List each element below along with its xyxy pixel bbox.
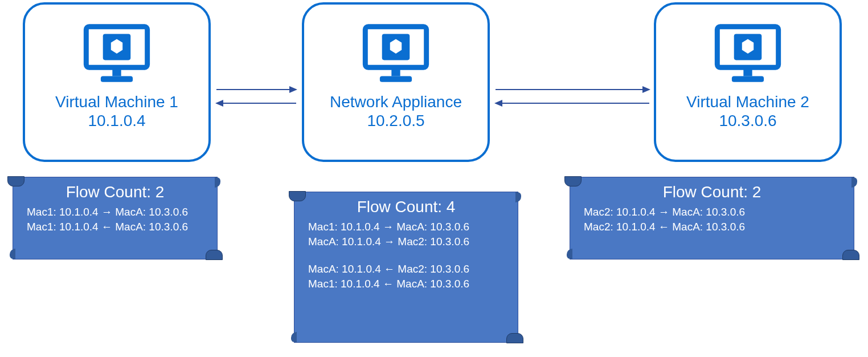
virtual-machine-icon [356, 21, 436, 89]
flow-row: Mac1: 10.1.0.4 ← MacA: 10.3.0.6 [13, 220, 217, 234]
flow-title: Flow Count: 4 [294, 192, 518, 220]
flow-title: Flow Count: 2 [570, 177, 854, 205]
node-nva-label: Network Appliance [330, 92, 462, 112]
diagram-canvas: Virtual Machine 1 10.1.0.4 Network Appli… [0, 0, 868, 357]
flow-row: MacA: 10.1.0.4 ← Mac2: 10.3.0.6 [294, 262, 518, 277]
arrow-right-icon [496, 89, 649, 90]
flow-panel-nva: Flow Count: 4 Mac1: 10.1.0.4 → MacA: 10.… [294, 192, 518, 343]
flow-row: Mac2: 10.1.0.4 ← MacA: 10.3.0.6 [570, 220, 854, 234]
flow-row: Mac1: 10.1.0.4 ← MacA: 10.3.0.6 [294, 277, 518, 291]
node-vm2-label: Virtual Machine 2 [686, 92, 809, 112]
node-vm1-label: Virtual Machine 1 [55, 92, 178, 112]
flow-row: Mac2: 10.1.0.4 → MacA: 10.3.0.6 [570, 205, 854, 220]
arrow-left-icon [496, 103, 649, 104]
flow-panel-vm1: Flow Count: 2 Mac1: 10.1.0.4 → MacA: 10.… [13, 177, 218, 259]
svg-rect-9 [380, 76, 412, 82]
svg-rect-3 [112, 68, 121, 76]
virtual-machine-icon [708, 21, 788, 89]
flow-title: Flow Count: 2 [13, 177, 217, 205]
arrow-right-icon [216, 89, 296, 90]
svg-rect-14 [732, 76, 764, 82]
flow-panel-vm2: Flow Count: 2 Mac2: 10.1.0.4 → MacA: 10.… [570, 177, 854, 259]
flow-row: Mac1: 10.1.0.4 → MacA: 10.3.0.6 [294, 220, 518, 234]
node-vm2-ip: 10.3.0.6 [719, 112, 776, 130]
flow-row: MacA: 10.1.0.4 → Mac2: 10.3.0.6 [294, 234, 518, 249]
arrow-left-icon [216, 103, 296, 104]
node-nva: Network Appliance 10.2.0.5 [302, 2, 490, 162]
node-vm1-ip: 10.1.0.4 [88, 112, 145, 130]
node-nva-ip: 10.2.0.5 [367, 112, 424, 130]
svg-rect-4 [101, 76, 133, 82]
svg-rect-8 [391, 68, 400, 76]
flow-row: Mac1: 10.1.0.4 → MacA: 10.3.0.6 [13, 205, 217, 220]
svg-rect-13 [743, 68, 752, 76]
node-vm1: Virtual Machine 1 10.1.0.4 [23, 2, 211, 162]
virtual-machine-icon [77, 21, 157, 89]
node-vm2: Virtual Machine 2 10.3.0.6 [654, 2, 842, 162]
